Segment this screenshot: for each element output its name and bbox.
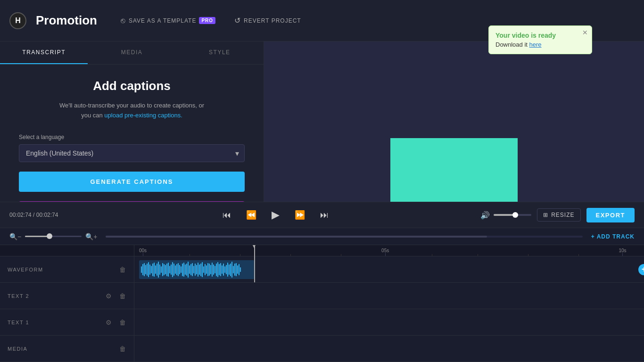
- zoom-knob: [47, 233, 52, 239]
- notification-popup: ✕ Your video is ready Download it here: [488, 25, 592, 54]
- ruler-mark-5s: 05s: [381, 248, 389, 256]
- media-delete-icon[interactable]: 🗑: [119, 345, 127, 353]
- media-track-row: [134, 336, 644, 362]
- text2-track-row: [134, 283, 644, 309]
- project-title: Promotion: [36, 13, 97, 28]
- pro-badge: PRO: [199, 17, 215, 24]
- revert-icon: ↺: [234, 16, 241, 25]
- track-label-text1: TEXT 1 ⚙ 🗑: [0, 309, 134, 336]
- add-captions-desc: We'll auto-transcribe your audio to crea…: [59, 101, 204, 121]
- text1-delete-icon[interactable]: 🗑: [119, 319, 127, 326]
- text1-track-row: [134, 309, 644, 336]
- tabs: TRANSCRIPT MEDIA STYLE: [0, 41, 264, 65]
- upload-captions-link[interactable]: upload pre-existing captions.: [104, 112, 182, 119]
- ruler-mark-10s: 10s: [619, 248, 626, 256]
- playback-bar: 00:02:74 / 00:02:74 ⏮ ⏪ ▶ ⏩ ⏭ 🔊 ⊞ RESIZE…: [0, 202, 644, 228]
- track-labels: WAVEFORM 🗑 TEXT 2 ⚙ 🗑 TEXT 1 ⚙ 🗑 MEDIA 🗑: [0, 245, 134, 362]
- save-template-icon: ⎋: [121, 16, 126, 25]
- text1-settings-icon[interactable]: ⚙: [106, 319, 113, 326]
- timeline-area: WAVEFORM 🗑 TEXT 2 ⚙ 🗑 TEXT 1 ⚙ 🗑 MEDIA 🗑: [0, 245, 644, 362]
- download-link[interactable]: here: [529, 41, 542, 48]
- export-button[interactable]: EXPORT: [586, 208, 635, 222]
- tab-style[interactable]: STYLE: [176, 41, 264, 64]
- rewind-button[interactable]: ⏪: [242, 208, 260, 222]
- time-display: 00:02:74 / 00:02:74: [9, 212, 71, 218]
- notification-body: Download it here: [495, 41, 578, 48]
- language-select-wrapper: English (United States) ▾: [19, 144, 245, 162]
- add-captions-title: Add captions: [93, 79, 171, 93]
- fast-forward-button[interactable]: ⏩: [291, 208, 309, 222]
- resize-icon: ⊞: [543, 212, 548, 218]
- bottom-section: 00:02:74 / 00:02:74 ⏮ ⏪ ▶ ⏩ ⏭ 🔊 ⊞ RESIZE…: [0, 202, 644, 362]
- zoom-area: 🔍− 🔍+: [9, 233, 97, 240]
- waveform-block[interactable]: [139, 260, 255, 279]
- track-label-media: MEDIA 🗑: [0, 336, 134, 362]
- zoom-out-icon[interactable]: 🔍−: [9, 233, 21, 240]
- playhead[interactable]: [254, 245, 255, 282]
- waveform-delete-icon[interactable]: 🗑: [119, 266, 127, 273]
- resize-button[interactable]: ⊞ RESIZE: [537, 208, 580, 222]
- notification-close-button[interactable]: ✕: [582, 29, 588, 36]
- logo-icon: H: [9, 12, 26, 29]
- save-template-label: SAVE AS A TEMPLATE: [129, 17, 196, 24]
- track-label-text2: TEXT 2 ⚙ 🗑: [0, 283, 134, 309]
- volume-icon: 🔊: [480, 211, 490, 220]
- language-select[interactable]: English (United States): [19, 144, 245, 162]
- add-track-button[interactable]: + ADD TRACK: [591, 233, 635, 240]
- waveform-bars: [139, 260, 255, 279]
- text2-delete-icon[interactable]: 🗑: [119, 292, 127, 300]
- timeline-toolbar: 🔍− 🔍+ + ADD TRACK: [0, 228, 644, 245]
- generate-captions-button[interactable]: GENERATE CAPTIONS: [19, 172, 245, 192]
- notification-title: Your video is ready: [495, 32, 578, 39]
- save-template-button[interactable]: ⎋ SAVE AS A TEMPLATE PRO: [116, 14, 220, 28]
- language-label: Select a language: [19, 134, 64, 140]
- zoom-slider[interactable]: [25, 236, 82, 237]
- volume-area: 🔊: [480, 211, 531, 220]
- skip-to-end-button[interactable]: ⏭: [316, 208, 332, 222]
- timeline-tracks[interactable]: 00s 05s 10s: [134, 245, 644, 362]
- zoom-fill: [25, 236, 49, 237]
- ruler-mark-0s: 00s: [139, 248, 147, 256]
- volume-knob: [512, 212, 518, 218]
- revert-project-button[interactable]: ↺ REVERT PROJECT: [230, 13, 306, 28]
- play-button[interactable]: ▶: [268, 207, 283, 223]
- ruler-marks: 00s 05s 10s: [139, 245, 644, 256]
- volume-slider[interactable]: [494, 214, 531, 216]
- tab-media[interactable]: MEDIA: [88, 41, 175, 64]
- skip-to-start-button[interactable]: ⏮: [219, 208, 235, 222]
- revert-label: REVERT PROJECT: [244, 17, 301, 24]
- text2-settings-icon[interactable]: ⚙: [106, 292, 113, 300]
- add-to-waveform-button[interactable]: +: [638, 264, 644, 275]
- track-label-waveform: WAVEFORM 🗑: [0, 256, 134, 283]
- tab-transcript[interactable]: TRANSCRIPT: [0, 41, 88, 64]
- timeline-ruler: 00s 05s 10s: [134, 245, 644, 256]
- zoom-in-icon[interactable]: 🔍+: [85, 233, 97, 240]
- waveform-track-row: +: [134, 256, 644, 283]
- playback-controls: ⏮ ⏪ ▶ ⏩ ⏭: [76, 207, 475, 223]
